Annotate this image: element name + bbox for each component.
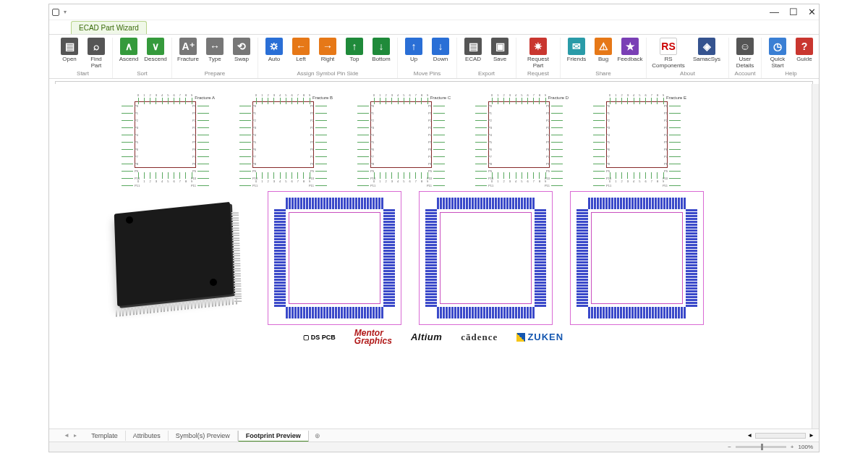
down-icon: ↓ <box>432 38 449 55</box>
rs-icon: RS <box>660 38 677 55</box>
find-part-icon: ⌕ <box>88 38 105 55</box>
request-icon: ✷ <box>529 38 547 55</box>
horizontal-scrollbar[interactable]: ◄► <box>746 432 814 439</box>
ascend-icon: ∧ <box>120 38 137 55</box>
swap-icon: ⟲ <box>233 38 250 55</box>
zoom-in-button[interactable]: + <box>791 444 794 450</box>
logo-altium: Altium <box>411 332 442 342</box>
descend-button[interactable]: ∨Descend <box>143 38 168 69</box>
sheet-tab[interactable]: Symbol(s) Preview <box>169 431 238 441</box>
up-button[interactable]: ↑Up <box>401 38 426 69</box>
bug-icon: ⚠ <box>595 38 612 55</box>
top-icon: ↑ <box>346 38 363 55</box>
schematic-symbol: Fracture EP0P1P2P3P4P5P6P7P8P9P10P11P0P1… <box>584 91 689 185</box>
down-button[interactable]: ↓Down <box>428 38 453 69</box>
sheet-tab[interactable]: Footprint Preview <box>238 431 309 442</box>
left-button[interactable]: ←Left <box>289 38 313 69</box>
samacsys-button[interactable]: ◈SamacSys <box>689 38 725 69</box>
ecad-button[interactable]: ▤ECAD <box>461 38 485 69</box>
sheet-nav[interactable]: ◄ ▸ <box>64 432 78 439</box>
feedback-button[interactable]: ★Feedback <box>618 38 642 69</box>
zoom-level: 100% <box>799 444 813 450</box>
rs-button[interactable]: RSRSComponents <box>650 38 686 69</box>
right-button[interactable]: →Right <box>315 38 340 69</box>
qa-dropdown[interactable]: ▾ <box>64 9 67 15</box>
friends-icon: ✉ <box>568 38 585 55</box>
left-icon: ← <box>292 38 310 55</box>
logo-zuken: ZUKEN <box>516 332 563 342</box>
logo-dspcb: ▢ DS PCB <box>303 334 336 341</box>
ascend-button[interactable]: ∧Ascend <box>116 38 141 69</box>
up-icon: ↑ <box>405 38 422 55</box>
save-icon: ▣ <box>491 38 509 55</box>
footprint-1 <box>268 191 401 325</box>
sheet-tabs: ◄ ▸ TemplateAttributesSymbol(s) PreviewF… <box>49 428 819 442</box>
logo-cadence: cādence <box>461 332 498 343</box>
ribbon: ▤Open⌕FindPartStart∧Ascend∨DescendSortA⁺… <box>49 35 819 79</box>
ribbon-tabstrip: ECAD Part Wizard <box>49 20 819 35</box>
tab-ecad-wizard[interactable]: ECAD Part Wizard <box>71 21 147 34</box>
fracture-icon: A⁺ <box>179 38 197 55</box>
open-button[interactable]: ▤Open <box>57 38 82 69</box>
auto-icon: ⛭ <box>265 38 283 55</box>
swap-button[interactable]: ⟲Swap <box>229 38 254 69</box>
right-icon: → <box>319 38 336 55</box>
preview-canvas: Fracture AP0P1P2P3P4P5P6P7P8P9P10P11P0P1… <box>55 84 812 428</box>
quick-button[interactable]: ◷QuickStart <box>765 38 790 69</box>
schematic-symbol: Fracture AP0P1P2P3P4P5P6P7P8P9P10P11P0P1… <box>113 91 218 185</box>
component-3d-render <box>98 193 250 324</box>
bottom-icon: ↓ <box>373 38 390 55</box>
close-button[interactable]: ✕ <box>808 7 816 17</box>
auto-button[interactable]: ⛭Auto <box>262 38 286 69</box>
open-icon: ▤ <box>61 38 78 55</box>
fracture-button[interactable]: A⁺Fracture <box>176 38 200 69</box>
descend-icon: ∨ <box>147 38 164 55</box>
vendor-logos: ▢ DS PCB MentorGraphics Altium cādence Z… <box>55 329 812 345</box>
footprint-3 <box>570 191 704 325</box>
find-part-button[interactable]: ⌕FindPart <box>84 38 109 69</box>
zoom-out-button[interactable]: − <box>728 444 731 450</box>
save-button[interactable]: ▣Save <box>488 38 512 69</box>
type-button[interactable]: ↔Type <box>203 38 227 69</box>
sheet-tab[interactable]: Attributes <box>126 431 169 441</box>
maximize-button[interactable]: ☐ <box>789 7 798 17</box>
zoom-slider[interactable] <box>736 446 786 448</box>
user-icon: ☺ <box>736 38 754 55</box>
quick-icon: ◷ <box>769 38 786 55</box>
type-icon: ↔ <box>206 38 224 55</box>
request-button[interactable]: ✷RequestPart <box>520 38 556 69</box>
samacsys-icon: ◈ <box>698 38 715 55</box>
logo-mentor: MentorGraphics <box>354 329 392 345</box>
friends-button[interactable]: ✉Friends <box>564 38 589 69</box>
schematic-symbol: Fracture CP0P1P2P3P4P5P6P7P8P9P10P11P0P1… <box>349 91 454 185</box>
user-button[interactable]: ☺UserDetails <box>733 38 757 69</box>
guide-button[interactable]: ?Guide <box>792 38 817 69</box>
footprint-2 <box>419 191 553 325</box>
app-icon <box>52 9 59 16</box>
feedback-icon: ★ <box>621 38 639 55</box>
top-button[interactable]: ↑Top <box>342 38 367 69</box>
titlebar: ▾ — ☐ ✕ <box>49 4 819 20</box>
add-sheet-button[interactable]: ⊕ <box>309 431 326 441</box>
bottom-button[interactable]: ↓Bottom <box>369 38 393 69</box>
schematic-symbol: Fracture BP0P1P2P3P4P5P6P7P8P9P10P11P0P1… <box>231 91 336 185</box>
guide-icon: ? <box>796 38 813 55</box>
sheet-tab[interactable]: Template <box>84 431 126 441</box>
bug-button[interactable]: ⚠Bug <box>591 38 616 69</box>
status-bar: − + 100% <box>49 442 819 452</box>
vertical-scrollbar[interactable] <box>812 84 819 428</box>
schematic-symbol: Fracture DP0P1P2P3P4P5P6P7P8P9P10P11P0P1… <box>467 91 571 185</box>
ecad-icon: ▤ <box>464 38 482 55</box>
minimize-button[interactable]: — <box>770 7 779 17</box>
